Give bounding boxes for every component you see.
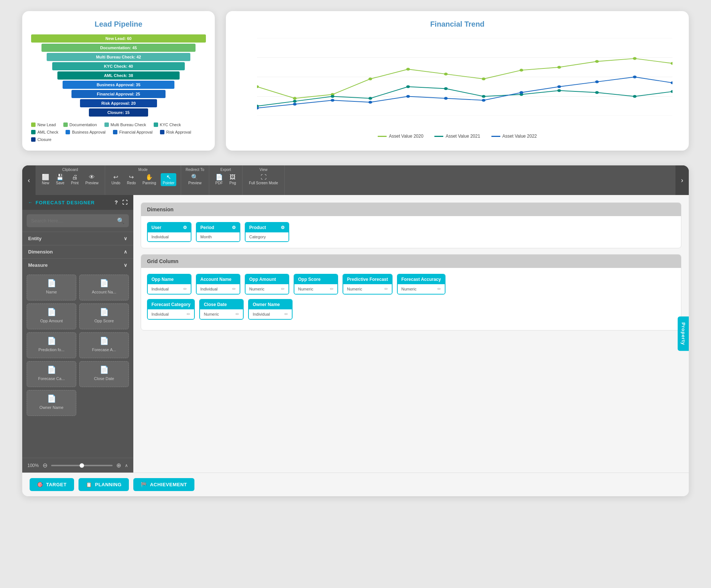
pipeline-card: Lead Pipeline New Lead: 60Documentation:… (22, 11, 215, 151)
edit-icon[interactable]: ✏ (187, 312, 190, 317)
grid-item-header: Forecast Category (148, 300, 194, 309)
dimension-item[interactable]: Product ⚙ Category (245, 222, 289, 242)
dimension-item[interactable]: Period ⚙ Month (196, 222, 240, 242)
pdf-btn[interactable]: 📄 PDF (214, 173, 225, 186)
property-tab[interactable]: Property (678, 316, 689, 351)
expand-sidebar-icon[interactable]: ∧ (125, 463, 128, 468)
sidebar-item[interactable]: 📄Forecase Ca... (27, 361, 76, 387)
preview-btn[interactable]: 👁 Preview (83, 173, 100, 186)
grid-canvas-section: Grid Column Opp Name Individual ✏ Accoun… (141, 254, 681, 330)
trend-point (671, 62, 672, 65)
target-button[interactable]: 🎯TARGET (30, 478, 74, 491)
legend-item: Closure (31, 137, 51, 142)
trend-point (482, 99, 485, 102)
toolbar-groups: Clipboard ⬜ New 💾 Save 🖨 Print (36, 165, 675, 195)
trend-point (444, 97, 448, 100)
trend-chart-area: 800 600 400 200 0 MayJuneJulyAugSeptOctN… (235, 34, 680, 131)
grid-column-item[interactable]: Opp Score Numeric ✏ (294, 274, 338, 295)
grid-column-item[interactable]: Predictive Forecast Numeric ✏ (343, 274, 393, 295)
preview2-btn[interactable]: 🔍 Preview (187, 173, 204, 186)
expand-icon[interactable]: ⛶ (122, 199, 127, 205)
grid-item-body: Numeric ✏ (343, 284, 392, 294)
sidebar-item[interactable]: 📄Account Na... (79, 275, 129, 300)
toolbar-next-btn[interactable]: › (675, 165, 689, 195)
toolbar-prev-btn[interactable]: ‹ (22, 165, 36, 195)
entity-header[interactable]: Entity ∨ (22, 232, 133, 245)
sidebar-item[interactable]: 📄Opp Score (79, 303, 129, 329)
edit-icon[interactable]: ✏ (183, 286, 187, 292)
panning-btn[interactable]: ✋ Panning (141, 173, 158, 186)
fullscreen-btn[interactable]: ⛶ Full Screen Mode (247, 173, 280, 186)
pointer-btn[interactable]: ↖ Pointer (161, 173, 176, 186)
edit-icon[interactable]: ✏ (232, 286, 236, 292)
save-btn[interactable]: 💾 Save (54, 173, 66, 186)
sidebar-items-grid: 📄Name📄Account Na...📄Opp Amount📄Opp Score… (22, 272, 133, 420)
edit-icon[interactable]: ✏ (384, 286, 388, 292)
legend-item: Documentation (63, 122, 97, 127)
item-icon: 📄 (47, 279, 56, 288)
toolbar-export-group: Export 📄 PDF 🖼 Png (209, 165, 243, 195)
grid-item-header: Owner Name (249, 300, 292, 309)
sidebar-item[interactable]: 📄Opp Amount (27, 303, 76, 329)
search-input[interactable] (31, 218, 114, 224)
achievement-button[interactable]: 🏁ACHIEVEMENT (133, 478, 194, 491)
grid-column-item[interactable]: Forecast Accuracy Numeric ✏ (397, 274, 445, 295)
help-icon[interactable]: ? (114, 199, 118, 205)
undo-btn[interactable]: ↩ Undo (110, 173, 122, 186)
redirect-buttons: 🔍 Preview (187, 173, 204, 186)
print-btn[interactable]: 🖨 Print (69, 173, 81, 186)
trend-point (406, 68, 410, 71)
edit-icon[interactable]: ✏ (236, 312, 239, 317)
dimension-header[interactable]: Dimension ∧ (22, 245, 133, 258)
top-section: Lead Pipeline New Lead: 60Documentation:… (0, 0, 711, 158)
sidebar-item[interactable]: 📄Name (27, 275, 76, 300)
preview2-icon: 🔍 (191, 174, 198, 180)
grid-column-item[interactable]: Forecast Category Individual ✏ (147, 299, 195, 320)
dimension-canvas-header: Dimension (141, 203, 681, 216)
sidebar-item[interactable]: 📄Forecase A... (79, 332, 129, 358)
legend-item: New Lead (31, 122, 56, 127)
edit-icon[interactable]: ✏ (281, 286, 285, 292)
new-btn[interactable]: ⬜ New (40, 173, 51, 186)
trend-title: Financial Trend (235, 20, 680, 28)
edit-icon[interactable]: ✏ (284, 312, 288, 317)
trend-point (595, 91, 599, 94)
grid-column-item[interactable]: Owner Name Individual ✏ (248, 299, 293, 320)
trend-point (293, 103, 297, 106)
trend-legend-item: Asset Value 2020 (378, 134, 423, 139)
grid-column-item[interactable]: Account Name Individual ✏ (196, 274, 240, 295)
dimension-item[interactable]: User ⚙ Individual (147, 222, 191, 242)
sidebar-item[interactable]: 📄Close Date (79, 361, 129, 387)
sidebar-item[interactable]: 📄Prediction fo... (27, 332, 76, 358)
legend-item: Multi Bureau Check (104, 122, 146, 127)
zoom-out-icon[interactable]: ⊖ (43, 462, 47, 469)
sidebar-item[interactable]: 📄Owner Name (27, 390, 76, 416)
grid-canvas-body: Opp Name Individual ✏ Account Name Indiv… (141, 268, 681, 330)
edit-icon[interactable]: ✏ (437, 286, 441, 292)
grid-canvas-header: Grid Column (141, 255, 681, 268)
grid-column-item[interactable]: Opp Amount Numeric ✏ (245, 274, 289, 295)
planning-label: PLANNING (95, 482, 121, 487)
png-btn[interactable]: 🖼 Png (228, 173, 238, 186)
zoom-in-icon[interactable]: ⊕ (116, 462, 121, 469)
toolbar-redirect-group: Redirect To 🔍 Preview (181, 165, 209, 195)
redo-btn[interactable]: ↪ Redo (125, 173, 138, 186)
grid-column-item[interactable]: Close Date Numeric ✏ (199, 299, 244, 320)
back-arrow[interactable]: ← (28, 200, 33, 205)
trend-point (444, 87, 448, 90)
measure-header[interactable]: Measure ∨ (22, 259, 133, 272)
grid-column-item[interactable]: Opp Name Individual ✏ (147, 274, 191, 295)
grid-row: Forecast Category Individual ✏ Close Dat… (147, 299, 675, 320)
funnel-bar: Risk Approval: 20 (80, 99, 157, 107)
achievement-icon: 🏁 (141, 482, 147, 487)
png-icon: 🖼 (230, 174, 236, 180)
dimension-item-body: Category (246, 232, 288, 241)
funnel-bar: Documentation: 45 (41, 44, 195, 52)
item-label: Forecase A... (92, 347, 116, 352)
planning-button[interactable]: 📋PLANNING (79, 478, 129, 491)
zoom-slider[interactable] (51, 465, 113, 466)
item-settings-icon: ⚙ (281, 225, 285, 230)
save-icon: 💾 (56, 174, 64, 180)
trend-point (595, 80, 599, 83)
edit-icon[interactable]: ✏ (330, 286, 334, 292)
